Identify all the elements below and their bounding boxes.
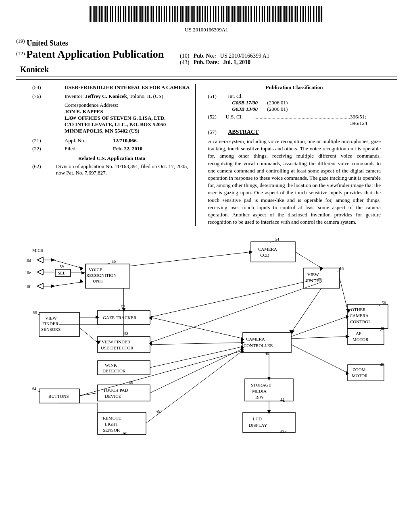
voice-rec-text3: UNIT bbox=[93, 278, 104, 283]
svg-rect-135 bbox=[303, 6, 304, 22]
svg-rect-134 bbox=[302, 6, 302, 22]
country-name: United States bbox=[27, 39, 68, 47]
patent-diagram: MICS 10d 10e SEL 10f VOICE RECOGNITION U… bbox=[8, 230, 405, 443]
af-motor-text1: AF bbox=[356, 331, 361, 336]
pub-no-row: (10) Pub. No.: US 2010/0166399 A1 bbox=[180, 53, 269, 59]
arrow-mic-top bbox=[79, 266, 83, 271]
cam-ctrl-text2: CONTROLLER bbox=[244, 343, 273, 348]
label-58: 58 bbox=[124, 331, 128, 336]
vf-vfdet-line bbox=[150, 282, 321, 343]
svg-rect-25 bbox=[129, 6, 130, 22]
lcd-text2: DISPLAY bbox=[249, 423, 267, 428]
svg-rect-88 bbox=[229, 6, 230, 22]
svg-rect-42 bbox=[156, 6, 157, 22]
svg-rect-91 bbox=[234, 6, 235, 22]
label-64-line bbox=[37, 391, 40, 392]
zoom-motor-text1: ZOOM bbox=[353, 367, 366, 372]
touch-ctrl-line bbox=[150, 349, 243, 393]
invention-title: USER-FRIENDLIER INTERFACES FOR A CAMERA bbox=[65, 84, 191, 91]
camera-controller-box bbox=[243, 332, 291, 353]
svg-rect-129 bbox=[294, 6, 294, 22]
svg-rect-146 bbox=[321, 6, 322, 22]
view-finder-text2: FINDER bbox=[306, 278, 322, 283]
svg-rect-10 bbox=[105, 6, 106, 22]
camera-ccd-text1: CAMERA bbox=[258, 247, 277, 251]
svg-rect-9 bbox=[104, 6, 104, 22]
svg-rect-67 bbox=[196, 6, 196, 22]
label-44-line bbox=[283, 401, 286, 402]
svg-rect-119 bbox=[278, 6, 279, 22]
svg-rect-144 bbox=[318, 6, 319, 22]
arrow-gaze-ctrl bbox=[241, 337, 244, 342]
mic-voice-line-top bbox=[53, 260, 81, 268]
barcode-area bbox=[0, 0, 413, 27]
abstract-title: ABSTRACT bbox=[228, 129, 259, 135]
pub-no-label: Pub. No.: bbox=[193, 53, 216, 59]
mic-voice-line-bot bbox=[53, 282, 81, 286]
svg-rect-110 bbox=[264, 6, 265, 22]
num21: (21) bbox=[32, 137, 65, 144]
svg-rect-73 bbox=[205, 6, 206, 22]
wink-text2: DETECTOR bbox=[102, 368, 126, 373]
label-10d: 10d bbox=[25, 258, 31, 263]
svg-rect-12 bbox=[109, 6, 109, 22]
svg-rect-48 bbox=[166, 6, 167, 22]
svg-rect-111 bbox=[266, 6, 266, 22]
svg-rect-26 bbox=[131, 6, 132, 22]
correspondence-block: Correspondence Address: JON E. KAPPES LA… bbox=[65, 102, 191, 134]
diagram-area: MICS 10d 10e SEL 10f VOICE RECOGNITION U… bbox=[0, 226, 413, 447]
label-50: 50 bbox=[382, 301, 386, 305]
storage-text1: STORAGE bbox=[251, 382, 271, 387]
num22: (22) bbox=[32, 145, 65, 152]
buttons-text: BUTTONS bbox=[48, 394, 69, 399]
vfdet-ctrl-line bbox=[150, 343, 243, 345]
svg-rect-18 bbox=[118, 6, 119, 22]
svg-rect-101 bbox=[250, 6, 250, 22]
svg-rect-126 bbox=[289, 6, 290, 22]
corr-address-label: Correspondence Address: bbox=[65, 102, 191, 108]
storage-text2: MEDIA bbox=[252, 389, 267, 393]
svg-rect-103 bbox=[253, 6, 253, 22]
other-cam-text2: CAMERA bbox=[350, 313, 369, 318]
corr-name: JON E. KAPPES bbox=[65, 108, 191, 115]
arrow-ccd-vf bbox=[319, 266, 323, 271]
inventor-line: Konicek bbox=[20, 65, 397, 74]
remote-text2: LIGHT bbox=[105, 422, 118, 426]
svg-rect-128 bbox=[292, 6, 293, 22]
label-48: 48 bbox=[380, 326, 384, 330]
voice-rec-text2: RECOGNITION bbox=[86, 273, 117, 278]
svg-rect-51 bbox=[171, 6, 171, 22]
svg-rect-66 bbox=[194, 6, 195, 22]
svg-rect-36 bbox=[147, 6, 148, 22]
num51: (51) bbox=[208, 93, 228, 112]
us-cl-value: 396/51; 396/124 bbox=[350, 114, 381, 127]
label-46: 46 bbox=[380, 362, 384, 367]
pub-class-title: Publication Classification bbox=[208, 84, 381, 91]
svg-rect-82 bbox=[220, 6, 220, 22]
mic-10e-icon bbox=[37, 269, 43, 275]
svg-rect-145 bbox=[319, 6, 320, 22]
svg-rect-92 bbox=[236, 6, 236, 22]
svg-rect-50 bbox=[169, 6, 170, 22]
label-44: 44 bbox=[280, 397, 284, 402]
svg-rect-130 bbox=[295, 6, 296, 22]
svg-rect-112 bbox=[267, 6, 268, 22]
svg-rect-34 bbox=[144, 6, 144, 22]
svg-rect-54 bbox=[175, 6, 176, 22]
svg-rect-4 bbox=[96, 6, 97, 22]
svg-rect-140 bbox=[312, 6, 312, 22]
country-line: (19) United States bbox=[16, 38, 397, 48]
title-field-row: (54) USER-FRIENDLIER INTERFACES FOR A CA… bbox=[32, 84, 191, 91]
vfs-vfdet-line bbox=[79, 328, 98, 343]
pub-number: US 20100166399A1 bbox=[0, 27, 413, 33]
arrow-ctrl-other bbox=[346, 315, 349, 319]
svg-rect-44 bbox=[159, 6, 160, 22]
arrow-vfs-vfdet bbox=[96, 341, 101, 344]
vf-ctrl-line bbox=[291, 288, 321, 332]
patent-app-title: Patent Application Publication bbox=[26, 48, 164, 60]
remote-text3: SENSOR bbox=[103, 428, 120, 432]
svg-rect-68 bbox=[197, 6, 198, 22]
svg-rect-137 bbox=[307, 6, 307, 22]
svg-rect-95 bbox=[240, 6, 241, 22]
int-cl-block: Int. Cl. G03B 17/00 (2006.01) G03B 13/00… bbox=[228, 93, 288, 112]
